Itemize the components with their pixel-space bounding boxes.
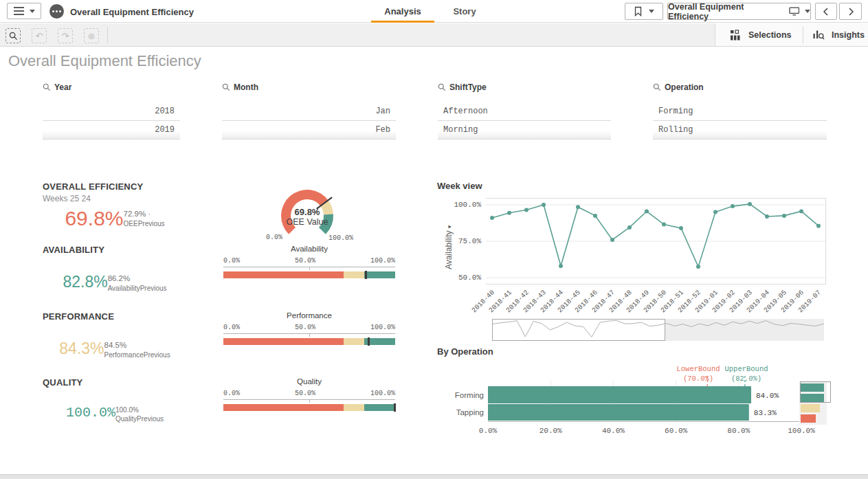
- filter-item[interactable]: Morning: [438, 121, 611, 140]
- bullet-title: Performance: [223, 311, 395, 321]
- chevron-down-icon: ▾: [446, 225, 453, 229]
- line-chart-canvas: [486, 198, 826, 285]
- data-point: [765, 214, 769, 219]
- topbar: Overall Equipment Efficiency Analysis St…: [0, 0, 868, 23]
- bullet-axis-labels: 0.0%50.0%100.0%: [223, 257, 395, 265]
- kpi-availability-value: 82.8% 86.2% AvailabilityPrevious: [43, 274, 187, 293]
- kpi-performance-heading: PERFORMANCE: [43, 311, 114, 322]
- data-point: [679, 226, 683, 230]
- data-point: [799, 210, 803, 214]
- filter-label: ShiftType: [449, 82, 487, 92]
- kpi-performance-value: 84.3% 84.5% PerformancePrevious: [43, 341, 187, 359]
- insights-icon: [812, 29, 825, 41]
- data-point: [507, 211, 511, 215]
- filter-item[interactable]: Jan: [222, 102, 396, 121]
- data-point: [696, 265, 700, 269]
- search-icon: [9, 32, 18, 41]
- navigation-menu-button[interactable]: [7, 3, 41, 19]
- kpi-previous-value: 100.0%: [115, 406, 164, 414]
- bullet-bar: [223, 271, 395, 278]
- quality-bullet-chart[interactable]: Quality0.0%50.0%100.0%: [223, 377, 395, 411]
- bullet-axis-line: [223, 333, 395, 334]
- bullet-title: Quality: [223, 377, 395, 387]
- filter-item[interactable]: 2019: [43, 121, 180, 140]
- filter-year-header[interactable]: Year: [43, 81, 180, 93]
- filter-item[interactable]: Forming: [653, 102, 827, 121]
- data-point: [748, 202, 752, 206]
- data-point: [593, 214, 597, 218]
- next-sheet-button[interactable]: [839, 3, 862, 20]
- kpi-value: 100.0%: [66, 406, 115, 420]
- tab-analysis[interactable]: Analysis: [371, 0, 434, 23]
- chevron-down-icon: [805, 10, 810, 13]
- bullet-title: Availability: [223, 245, 395, 254]
- svg-text:60.0%: 60.0%: [665, 427, 687, 435]
- kpi-quality-value: 100.0% 100.0% QualityPrevious: [43, 406, 187, 423]
- svg-text:Tapping: Tapping: [456, 408, 484, 416]
- minimap-window[interactable]: [800, 381, 831, 403]
- bar: [488, 386, 751, 403]
- availability-bullet-chart[interactable]: Availability0.0%50.0%100.0%: [223, 245, 395, 278]
- app-logo: [49, 4, 64, 19]
- kpi-quality-heading: QUALITY: [43, 377, 82, 388]
- filter-item[interactable]: Rolling: [653, 121, 827, 140]
- filter-shifttype-header[interactable]: ShiftType: [438, 81, 611, 93]
- bullet-bar: [223, 338, 395, 345]
- undo-selection-button[interactable]: ↶: [32, 28, 47, 43]
- filter-month-header[interactable]: Month: [222, 81, 396, 93]
- previous-sheet-button[interactable]: [815, 3, 837, 20]
- minimap-bar: [801, 414, 816, 423]
- selections-toolbar: ↶ ↷ ⊗ Selections: [0, 23, 868, 47]
- bookmark-icon: [634, 6, 643, 16]
- week-view-title: Week view: [437, 181, 482, 191]
- filterbox-month: Month Jan Feb: [222, 81, 396, 142]
- bullet-axis-labels: 0.0%50.0%100.0%: [223, 390, 395, 397]
- kpi-previous-label: PerformancePrevious: [104, 350, 170, 359]
- smart-search-button[interactable]: [5, 28, 21, 43]
- sheet-selector-button[interactable]: Overall Equipment Efficiency: [667, 3, 811, 20]
- trend-dot: ·: [148, 210, 151, 218]
- toolbar-divider: [107, 27, 108, 43]
- svg-text:83.3%: 83.3%: [754, 409, 777, 417]
- data-point: [782, 214, 786, 218]
- performance-bullet-chart[interactable]: Performance0.0%50.0%100.0%: [223, 311, 395, 345]
- y-axis-dimension-selector[interactable]: Availability ▾: [444, 225, 454, 269]
- filterbox-year: Year 2018 2019: [43, 81, 180, 142]
- filter-item[interactable]: Afternoon: [438, 102, 611, 121]
- svg-text:100.0%: 100.0%: [788, 427, 815, 435]
- svg-text:80.0%: 80.0%: [727, 427, 750, 435]
- insights-button[interactable]: Insights: [812, 23, 865, 46]
- filter-item[interactable]: Feb: [222, 121, 396, 140]
- bottom-scrollbar[interactable]: [0, 474, 868, 479]
- svg-text:20.0%: 20.0%: [539, 427, 562, 435]
- selections-label: Selections: [748, 30, 792, 40]
- search-icon: [438, 83, 446, 91]
- bullet-axis-line: [223, 267, 395, 267]
- svg-text:100.0%: 100.0%: [329, 234, 353, 242]
- bullet-value-marker: [394, 403, 396, 412]
- filter-item[interactable]: 2018: [43, 102, 180, 121]
- redo-selection-button[interactable]: ↷: [58, 28, 73, 43]
- week-view-plot[interactable]: [486, 198, 826, 285]
- filter-operation-list: Forming Rolling: [653, 102, 827, 140]
- svg-text:0.0%: 0.0%: [266, 234, 282, 241]
- data-point: [542, 203, 546, 207]
- filter-label: Operation: [665, 82, 704, 92]
- sheet-icon: [789, 6, 800, 16]
- search-icon: [222, 83, 230, 91]
- tab-analysis-label: Analysis: [384, 6, 421, 16]
- filter-operation-header[interactable]: Operation: [653, 81, 827, 93]
- tab-story[interactable]: Story: [445, 0, 484, 23]
- selections-button[interactable]: Selections: [730, 23, 792, 46]
- filter-month-list: Jan Feb: [222, 102, 396, 140]
- app-title: Overall Equipment Efficiency: [70, 7, 194, 17]
- app-window: Overall Equipment Efficiency Analysis St…: [0, 0, 868, 479]
- svg-text:69.8%: 69.8%: [295, 207, 320, 217]
- undo-icon: ↶: [36, 31, 43, 41]
- oee-gauge-chart[interactable]: 69.8%OEE Value0.0%100.0%: [256, 184, 386, 243]
- bookmarks-button[interactable]: [625, 3, 663, 20]
- clear-selections-button[interactable]: ⊗: [84, 28, 99, 43]
- data-point: [610, 238, 614, 242]
- range-navigator[interactable]: [492, 319, 824, 341]
- svg-text:84.0%: 84.0%: [756, 392, 779, 400]
